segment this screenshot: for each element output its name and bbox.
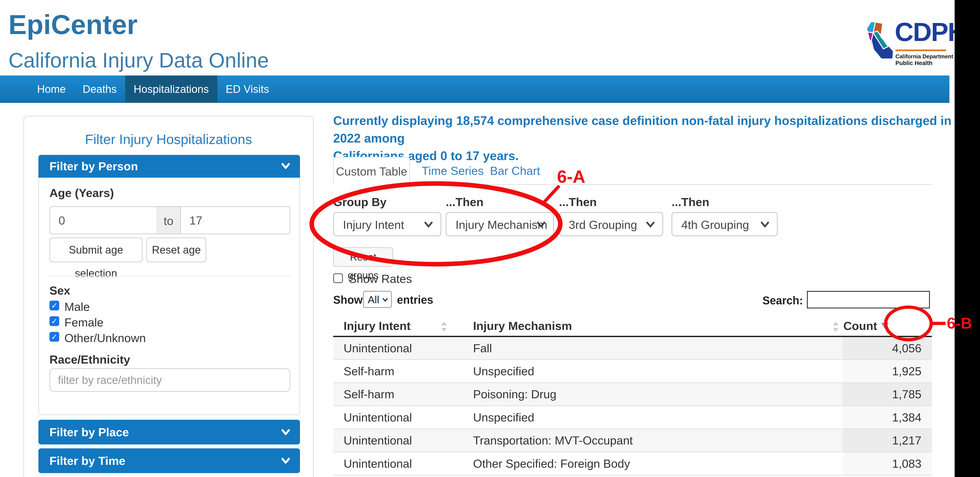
cell-injury-intent: Unintentional <box>333 429 465 452</box>
show-rates-checkbox[interactable] <box>333 273 343 283</box>
race-ethnicity-input[interactable] <box>49 368 290 392</box>
chevron-down-icon <box>646 220 655 229</box>
search-input[interactable] <box>807 291 930 308</box>
epicenter-page: EpiCenter California Injury Data Online … <box>0 0 980 477</box>
then-select-2[interactable]: Injury Mechanism <box>446 212 554 236</box>
filter-by-place-header[interactable]: Filter by Place <box>38 420 300 444</box>
sex-checkbox-label: Male <box>64 300 90 313</box>
age-from-input[interactable] <box>49 206 157 234</box>
sex-checkbox-other-unknown[interactable]: ✓ <box>49 332 59 342</box>
table-row[interactable]: UnintentionalUnspecified1,384 <box>333 406 932 429</box>
cell-count: 1,785 <box>843 383 932 406</box>
entries-prefix-label: Show <box>333 294 363 306</box>
tab-divider <box>333 184 932 185</box>
cell-injury-mechanism: Unspecified <box>465 359 843 383</box>
grouping-label-3: ...Then <box>559 195 597 209</box>
grouping-label-2: ...Then <box>446 195 484 209</box>
reset-groups-button[interactable]: Reset groups <box>333 247 393 267</box>
grouping-label-1: Group By <box>333 195 387 209</box>
california-state-icon <box>864 21 894 67</box>
tab-bar-chart[interactable]: Bar Chart <box>490 164 540 177</box>
table-header-row: Injury Intent Injury Mechanism Count <box>333 316 932 336</box>
cell-count: 1,925 <box>843 359 932 383</box>
cdph-orange-rule <box>896 49 946 51</box>
main-nav: HomeDeathsHospitalizationsED Visits <box>0 75 950 103</box>
table-row[interactable]: UnintentionalOther Specified: Foreign Bo… <box>333 452 932 475</box>
filter-by-time-header[interactable]: Filter by Time <box>38 448 300 473</box>
chevron-down-icon <box>536 220 546 229</box>
cell-injury-mechanism: Other Specified: Foreign Body <box>465 452 843 475</box>
page-title: EpiCenter <box>8 10 137 39</box>
cell-count: 4,056 <box>843 336 932 359</box>
cell-injury-intent: Self-harm <box>333 359 465 383</box>
cell-count: 1,384 <box>843 406 932 429</box>
chevron-down-icon <box>382 297 388 303</box>
show-rates-label: Show Rates <box>349 272 412 285</box>
table-row[interactable]: UnintentionalTransportation: MVT-Occupan… <box>333 429 932 452</box>
cell-count: 1,083 <box>843 452 932 475</box>
then-select-4[interactable]: 4th Grouping <box>671 212 778 236</box>
results-table: Injury Intent Injury Mechanism Count Uni… <box>333 316 932 475</box>
cell-injury-intent: Self-harm <box>333 383 465 406</box>
cdph-org-line2: Public Health <box>896 60 932 67</box>
sort-descending-icon <box>881 323 889 329</box>
sex-checkbox-male[interactable]: ✓ <box>49 301 59 310</box>
tab-custom-table[interactable]: Custom Table <box>333 157 410 185</box>
table-row[interactable]: UnintentionalFall4,056 <box>333 336 932 359</box>
table-row[interactable]: Self-harmUnspecified1,925 <box>333 359 932 383</box>
nav-item-home[interactable]: Home <box>29 75 74 103</box>
nav-item-deaths[interactable]: Deaths <box>74 75 125 103</box>
entries-suffix-label: entries <box>397 294 433 306</box>
filter-by-person-header[interactable]: Filter by Person <box>38 155 300 178</box>
sex-checkbox-label: Female <box>64 316 103 329</box>
summary-line2: Californians aged 0 to 17 years. <box>333 147 958 165</box>
annotation-leader-6a <box>543 187 558 204</box>
cell-injury-mechanism: Unspecified <box>465 406 843 429</box>
filter-panel-title: Filter Injury Hospitalizations <box>24 132 313 147</box>
cell-injury-mechanism: Fall <box>465 336 843 359</box>
screenshot-black-border <box>955 0 980 477</box>
divider <box>49 276 290 277</box>
then-select-3[interactable]: 3rd Grouping <box>559 212 663 236</box>
cell-count: 1,217 <box>843 429 932 452</box>
annotation-label-6a: 6-A <box>557 167 585 187</box>
sort-unsorted-icon <box>441 321 447 332</box>
sort-unsorted-icon <box>833 321 839 332</box>
grouping-label-4: ...Then <box>671 195 709 209</box>
sex-checkbox-female[interactable]: ✓ <box>49 316 59 326</box>
search-label: Search: <box>748 294 803 307</box>
group-by-select[interactable]: Injury Intent <box>333 212 441 236</box>
cell-injury-intent: Unintentional <box>333 406 465 429</box>
page-subtitle: California Injury Data Online <box>8 49 269 72</box>
age-label: Age (Years) <box>49 186 114 200</box>
cell-injury-mechanism: Poisoning: Drug <box>465 383 843 406</box>
chevron-down-icon <box>280 161 291 170</box>
entries-select[interactable]: All <box>363 291 392 308</box>
cdph-org-line1: California Department of <box>896 53 960 60</box>
cdph-logo: CDPH California Department of Public Hea… <box>864 24 962 70</box>
column-header-injury-mechanism[interactable]: Injury Mechanism <box>465 316 843 336</box>
age-to-input[interactable] <box>180 206 290 234</box>
race-ethnicity-label: Race/Ethnicity <box>49 353 130 366</box>
column-header-count[interactable]: Count <box>843 316 932 336</box>
annotation-label-6b: 6-B <box>947 314 972 332</box>
sex-checkbox-label: Other/Unknown <box>64 331 146 345</box>
submit-age-button[interactable]: Submit age selection <box>49 237 143 262</box>
reset-age-button[interactable]: Reset age <box>146 237 206 262</box>
age-to-separator: to <box>156 206 181 234</box>
cell-injury-intent: Unintentional <box>333 336 465 359</box>
sex-label: Sex <box>49 284 70 297</box>
table-row[interactable]: Self-harmPoisoning: Drug1,785 <box>333 383 932 406</box>
summary-text: Currently displaying 18,574 comprehensiv… <box>333 112 958 165</box>
column-header-injury-intent[interactable]: Injury Intent <box>333 316 465 336</box>
cell-injury-mechanism: Transportation: MVT-Occupant <box>465 429 843 452</box>
chevron-down-icon <box>280 428 291 437</box>
tab-time-series[interactable]: Time Series <box>422 164 484 177</box>
nav-item-hospitalizations[interactable]: Hospitalizations <box>125 75 217 103</box>
nav-item-ed-visits[interactable]: ED Visits <box>217 75 278 103</box>
chevron-down-icon <box>424 220 433 229</box>
chevron-down-icon <box>760 220 770 229</box>
chevron-down-icon <box>280 456 291 465</box>
cell-injury-intent: Unintentional <box>333 452 465 475</box>
summary-line1: Currently displaying 18,574 comprehensiv… <box>333 112 958 147</box>
